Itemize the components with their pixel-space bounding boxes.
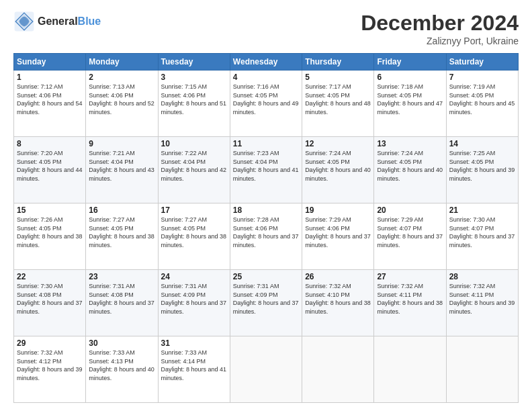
day-number: 10 — [161, 139, 227, 148]
day-number: 15 — [17, 205, 83, 215]
calendar-cell: 3 Sunrise: 7:15 AM Sunset: 4:06 PM Dayli… — [158, 71, 230, 137]
day-info: Sunrise: 7:30 AM Sunset: 4:07 PM Dayligh… — [449, 216, 515, 249]
col-saturday: Saturday — [446, 54, 518, 71]
day-number: 6 — [377, 73, 443, 82]
week-row-5: 29 Sunrise: 7:32 AM Sunset: 4:12 PM Dayl… — [14, 336, 519, 403]
day-info: Sunrise: 7:15 AM Sunset: 4:06 PM Dayligh… — [161, 83, 227, 116]
day-info: Sunrise: 7:18 AM Sunset: 4:05 PM Dayligh… — [377, 83, 443, 116]
calendar-cell: 25 Sunrise: 7:31 AM Sunset: 4:09 PM Dayl… — [230, 270, 302, 336]
day-info: Sunrise: 7:28 AM Sunset: 4:06 PM Dayligh… — [233, 216, 299, 249]
calendar-cell: 30 Sunrise: 7:33 AM Sunset: 4:13 PM Dayl… — [86, 336, 158, 403]
calendar-cell: 7 Sunrise: 7:19 AM Sunset: 4:05 PM Dayli… — [446, 71, 518, 137]
day-number: 20 — [377, 205, 443, 215]
calendar-cell: 4 Sunrise: 7:16 AM Sunset: 4:05 PM Dayli… — [230, 71, 302, 137]
calendar-cell: 26 Sunrise: 7:32 AM Sunset: 4:10 PM Dayl… — [302, 270, 374, 336]
calendar-cell: 31 Sunrise: 7:33 AM Sunset: 4:14 PM Dayl… — [158, 336, 230, 403]
calendar-cell: 22 Sunrise: 7:30 AM Sunset: 4:08 PM Dayl… — [14, 270, 86, 336]
calendar-cell: 6 Sunrise: 7:18 AM Sunset: 4:05 PM Dayli… — [374, 71, 446, 137]
day-info: Sunrise: 7:33 AM Sunset: 4:14 PM Dayligh… — [161, 349, 227, 382]
calendar-cell: 10 Sunrise: 7:22 AM Sunset: 4:04 PM Dayl… — [158, 137, 230, 203]
page: GeneralBlue December 2024 Zaliznyy Port,… — [0, 0, 532, 411]
col-thursday: Thursday — [302, 54, 374, 71]
day-info: Sunrise: 7:23 AM Sunset: 4:04 PM Dayligh… — [233, 149, 299, 183]
day-number: 27 — [377, 272, 443, 281]
day-number: 28 — [449, 272, 515, 281]
day-info: Sunrise: 7:19 AM Sunset: 4:05 PM Dayligh… — [449, 83, 515, 116]
week-row-4: 22 Sunrise: 7:30 AM Sunset: 4:08 PM Dayl… — [14, 270, 519, 336]
week-row-3: 15 Sunrise: 7:26 AM Sunset: 4:05 PM Dayl… — [14, 203, 519, 270]
day-number: 9 — [89, 139, 154, 148]
day-number: 31 — [161, 338, 227, 348]
day-info: Sunrise: 7:24 AM Sunset: 4:05 PM Dayligh… — [305, 149, 371, 183]
col-friday: Friday — [374, 54, 446, 71]
day-number: 12 — [305, 139, 371, 148]
day-number: 26 — [305, 272, 371, 281]
calendar-cell: 11 Sunrise: 7:23 AM Sunset: 4:04 PM Dayl… — [230, 137, 302, 203]
calendar-cell: 23 Sunrise: 7:31 AM Sunset: 4:08 PM Dayl… — [86, 270, 158, 336]
day-number: 2 — [89, 73, 154, 82]
day-number: 14 — [449, 139, 515, 148]
day-number: 24 — [161, 272, 227, 281]
calendar-cell: 9 Sunrise: 7:21 AM Sunset: 4:04 PM Dayli… — [86, 137, 158, 203]
calendar-cell: 1 Sunrise: 7:12 AM Sunset: 4:06 PM Dayli… — [14, 71, 86, 137]
day-info: Sunrise: 7:32 AM Sunset: 4:12 PM Dayligh… — [17, 349, 83, 382]
calendar-table: Sunday Monday Tuesday Wednesday Thursday… — [13, 53, 519, 403]
calendar-cell: 2 Sunrise: 7:13 AM Sunset: 4:06 PM Dayli… — [86, 71, 158, 137]
day-number: 1 — [17, 73, 83, 82]
calendar-cell: 20 Sunrise: 7:29 AM Sunset: 4:07 PM Dayl… — [374, 203, 446, 270]
location: Zaliznyy Port, Ukraine — [361, 36, 519, 46]
day-info: Sunrise: 7:24 AM Sunset: 4:05 PM Dayligh… — [377, 149, 443, 183]
calendar-cell: 13 Sunrise: 7:24 AM Sunset: 4:05 PM Dayl… — [374, 137, 446, 203]
day-info: Sunrise: 7:27 AM Sunset: 4:05 PM Dayligh… — [89, 216, 154, 249]
day-info: Sunrise: 7:31 AM Sunset: 4:09 PM Dayligh… — [161, 282, 227, 316]
day-info: Sunrise: 7:20 AM Sunset: 4:05 PM Dayligh… — [17, 149, 83, 183]
day-info: Sunrise: 7:32 AM Sunset: 4:11 PM Dayligh… — [377, 282, 443, 316]
col-sunday: Sunday — [14, 54, 86, 71]
calendar-cell — [446, 336, 518, 403]
day-info: Sunrise: 7:16 AM Sunset: 4:05 PM Dayligh… — [233, 83, 299, 116]
day-info: Sunrise: 7:30 AM Sunset: 4:08 PM Dayligh… — [17, 282, 83, 316]
calendar-cell: 18 Sunrise: 7:28 AM Sunset: 4:06 PM Dayl… — [230, 203, 302, 270]
day-info: Sunrise: 7:12 AM Sunset: 4:06 PM Dayligh… — [17, 83, 83, 116]
day-info: Sunrise: 7:29 AM Sunset: 4:06 PM Dayligh… — [305, 216, 371, 249]
col-monday: Monday — [86, 54, 158, 71]
day-number: 13 — [377, 139, 443, 148]
calendar-cell: 19 Sunrise: 7:29 AM Sunset: 4:06 PM Dayl… — [302, 203, 374, 270]
calendar-cell: 24 Sunrise: 7:31 AM Sunset: 4:09 PM Dayl… — [158, 270, 230, 336]
day-number: 19 — [305, 205, 371, 215]
day-number: 22 — [17, 272, 83, 281]
col-tuesday: Tuesday — [158, 54, 230, 71]
col-wednesday: Wednesday — [230, 54, 302, 71]
calendar-cell: 27 Sunrise: 7:32 AM Sunset: 4:11 PM Dayl… — [374, 270, 446, 336]
calendar-cell: 8 Sunrise: 7:20 AM Sunset: 4:05 PM Dayli… — [14, 137, 86, 203]
month-title: December 2024 — [361, 11, 519, 36]
day-info: Sunrise: 7:29 AM Sunset: 4:07 PM Dayligh… — [377, 216, 443, 249]
day-number: 5 — [305, 73, 371, 82]
week-row-1: 1 Sunrise: 7:12 AM Sunset: 4:06 PM Dayli… — [14, 71, 519, 137]
day-info: Sunrise: 7:22 AM Sunset: 4:04 PM Dayligh… — [161, 149, 227, 183]
day-number: 8 — [17, 139, 83, 148]
calendar-cell: 16 Sunrise: 7:27 AM Sunset: 4:05 PM Dayl… — [86, 203, 158, 270]
day-number: 17 — [161, 205, 227, 215]
day-info: Sunrise: 7:25 AM Sunset: 4:05 PM Dayligh… — [449, 149, 515, 183]
day-number: 3 — [161, 73, 227, 82]
calendar-cell — [230, 336, 302, 403]
calendar-cell: 14 Sunrise: 7:25 AM Sunset: 4:05 PM Dayl… — [446, 137, 518, 203]
day-info: Sunrise: 7:31 AM Sunset: 4:08 PM Dayligh… — [89, 282, 154, 316]
day-info: Sunrise: 7:32 AM Sunset: 4:10 PM Dayligh… — [305, 282, 371, 316]
day-number: 16 — [89, 205, 154, 215]
calendar-cell: 15 Sunrise: 7:26 AM Sunset: 4:05 PM Dayl… — [14, 203, 86, 270]
calendar-cell — [374, 336, 446, 403]
day-number: 4 — [233, 73, 299, 82]
day-info: Sunrise: 7:26 AM Sunset: 4:05 PM Dayligh… — [17, 216, 83, 249]
day-number: 11 — [233, 139, 299, 148]
day-info: Sunrise: 7:13 AM Sunset: 4:06 PM Dayligh… — [89, 83, 154, 116]
day-info: Sunrise: 7:31 AM Sunset: 4:09 PM Dayligh… — [233, 282, 299, 316]
day-info: Sunrise: 7:27 AM Sunset: 4:05 PM Dayligh… — [161, 216, 227, 249]
title-section: December 2024 Zaliznyy Port, Ukraine — [361, 11, 519, 46]
week-row-2: 8 Sunrise: 7:20 AM Sunset: 4:05 PM Dayli… — [14, 137, 519, 203]
day-number: 21 — [449, 205, 515, 215]
logo-icon — [13, 11, 35, 32]
day-info: Sunrise: 7:21 AM Sunset: 4:04 PM Dayligh… — [89, 149, 154, 183]
day-number: 18 — [233, 205, 299, 215]
